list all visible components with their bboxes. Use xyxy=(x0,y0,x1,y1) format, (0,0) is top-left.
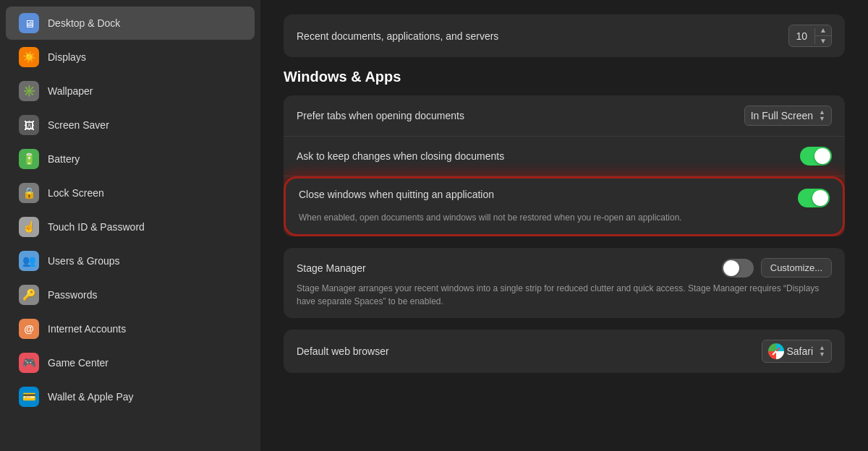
close-windows-toggle[interactable] xyxy=(798,189,830,207)
sidebar-label-passwords: Passwords xyxy=(48,289,97,301)
ask-keep-changes-label: Ask to keep changes when closing documen… xyxy=(297,150,504,162)
prefer-tabs-dropdown[interactable]: In Full Screen ▲ ▼ xyxy=(744,106,832,126)
arrow-down: ▼ xyxy=(819,351,825,358)
stage-manager-row: Stage Manager Customize... Stage Manager… xyxy=(284,248,845,318)
stage-manager-desc: Stage Manager arranges your recent windo… xyxy=(297,282,832,308)
ask-keep-changes-toggle[interactable] xyxy=(800,147,832,166)
internet-icon: @ xyxy=(19,319,39,339)
windows-apps-heading: Windows & Apps xyxy=(284,69,845,85)
stage-manager-right: Customize... xyxy=(722,258,832,278)
sidebar-item-displays[interactable]: ☀️Displays xyxy=(6,40,255,74)
close-windows-desc: When enabled, open documents and windows… xyxy=(299,211,830,224)
sidebar-label-wallet: Wallet & Apple Pay xyxy=(48,391,134,403)
prefer-tabs-arrows: ▲ ▼ xyxy=(819,109,825,122)
sidebar-label-internet-accounts: Internet Accounts xyxy=(48,323,126,335)
arrow-down: ▼ xyxy=(819,116,825,122)
safari-icon xyxy=(768,343,784,359)
stage-manager-top: Stage Manager Customize... xyxy=(297,258,832,278)
prefer-tabs-value: In Full Screen xyxy=(751,110,813,121)
ask-keep-changes-row: Ask to keep changes when closing documen… xyxy=(284,137,845,176)
gamecenter-icon: 🎮 xyxy=(19,353,39,373)
stage-manager-toggle[interactable] xyxy=(722,259,754,278)
sidebar-item-wallpaper[interactable]: ✳️Wallpaper xyxy=(6,74,255,108)
sidebar-item-wallet[interactable]: 💳Wallet & Apple Pay xyxy=(6,380,255,413)
sidebar-item-users-groups[interactable]: 👥Users & Groups xyxy=(6,244,255,278)
recent-docs-card: Recent documents, applications, and serv… xyxy=(284,14,845,57)
recent-docs-label: Recent documents, applications, and serv… xyxy=(297,30,498,42)
sidebar-item-touch-id[interactable]: ☝️Touch ID & Password xyxy=(6,210,255,244)
close-windows-label: Close windows when quitting an applicati… xyxy=(299,189,494,200)
sidebar-label-users-groups: Users & Groups xyxy=(48,255,120,267)
sidebar-item-screen-saver[interactable]: 🖼Screen Saver xyxy=(6,108,255,142)
close-windows-row: Close windows when quitting an applicati… xyxy=(284,176,845,236)
windows-apps-card: Prefer tabs when opening documents In Fu… xyxy=(284,95,845,236)
default-browser-row: Default web browser Safari ▲ ▼ xyxy=(284,330,845,373)
lockscreen-icon: 🔒 xyxy=(19,183,39,203)
prefer-tabs-row: Prefer tabs when opening documents In Fu… xyxy=(284,95,845,137)
sidebar-item-passwords[interactable]: 🔑Passwords xyxy=(6,278,255,312)
sidebar-label-screen-saver: Screen Saver xyxy=(48,119,109,131)
displays-icon: ☀️ xyxy=(19,47,39,67)
sidebar-label-wallpaper: Wallpaper xyxy=(48,85,93,97)
sidebar: 🖥Desktop & Dock☀️Displays✳️Wallpaper🖼Scr… xyxy=(0,0,260,451)
desktop-icon: 🖥 xyxy=(19,13,39,33)
browser-dropdown-arrows: ▲ ▼ xyxy=(819,345,825,358)
sidebar-label-desktop-dock: Desktop & Dock xyxy=(48,17,120,29)
stepper-down[interactable]: ▼ xyxy=(815,36,831,46)
stepper-arrows: ▲ ▼ xyxy=(815,25,831,46)
stage-manager-card: Stage Manager Customize... Stage Manager… xyxy=(284,248,845,318)
default-browser-card: Default web browser Safari ▲ ▼ xyxy=(284,330,845,373)
recent-docs-value: 10 xyxy=(789,28,816,44)
prefer-tabs-label: Prefer tabs when opening documents xyxy=(297,110,464,121)
stage-manager-label: Stage Manager xyxy=(297,262,366,274)
default-browser-label: Default web browser xyxy=(297,345,389,357)
sidebar-item-desktop-dock[interactable]: 🖥Desktop & Dock xyxy=(6,7,255,40)
default-browser-value: Safari xyxy=(787,345,814,357)
touchid-icon: ☝️ xyxy=(19,217,39,237)
main-content: Recent documents, applications, and serv… xyxy=(260,0,868,451)
sidebar-item-battery[interactable]: 🔋Battery xyxy=(6,142,255,176)
battery-icon: 🔋 xyxy=(19,149,39,169)
safari-needle xyxy=(772,347,780,355)
sidebar-item-internet-accounts[interactable]: @Internet Accounts xyxy=(6,312,255,345)
users-icon: 👥 xyxy=(19,251,39,271)
default-browser-dropdown[interactable]: Safari ▲ ▼ xyxy=(762,340,833,363)
sidebar-label-lock-screen: Lock Screen xyxy=(48,187,104,199)
sidebar-label-game-center: Game Center xyxy=(48,357,109,369)
customize-button[interactable]: Customize... xyxy=(761,258,832,278)
wallet-icon: 💳 xyxy=(19,387,39,407)
sidebar-label-displays: Displays xyxy=(48,51,86,63)
wallpaper-icon: ✳️ xyxy=(19,81,39,101)
close-windows-title-row: Close windows when quitting an applicati… xyxy=(299,189,830,207)
screensaver-icon: 🖼 xyxy=(19,115,39,135)
sidebar-item-game-center[interactable]: 🎮Game Center xyxy=(6,346,255,379)
recent-docs-stepper[interactable]: 10 ▲ ▼ xyxy=(788,25,832,47)
sidebar-label-battery: Battery xyxy=(48,153,80,165)
sidebar-label-touch-id: Touch ID & Password xyxy=(48,221,145,233)
stepper-up[interactable]: ▲ xyxy=(815,25,831,36)
passwords-icon: 🔑 xyxy=(19,285,39,305)
sidebar-item-lock-screen[interactable]: 🔒Lock Screen xyxy=(6,176,255,210)
